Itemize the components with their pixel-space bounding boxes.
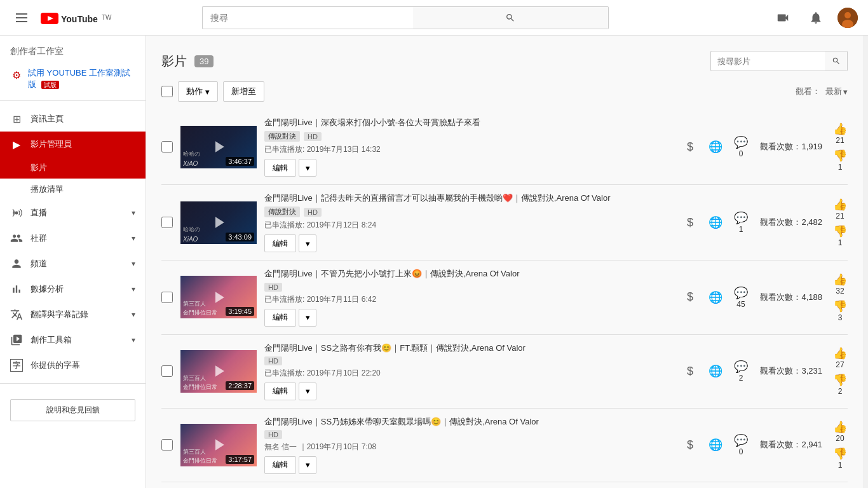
more-options-button[interactable]: ▾ — [299, 159, 316, 177]
sidebar-item-channel[interactable]: 頻道 ▾ — [0, 251, 146, 276]
hd-badge: HD — [304, 132, 322, 141]
expand-icon: ▾ — [132, 234, 135, 243]
video-thumbnail[interactable]: 金門排位日常 第三百人 3:19:45 — [180, 276, 257, 318]
more-options-button[interactable]: ▾ — [299, 234, 316, 252]
video-meta: HD — [264, 430, 675, 439]
select-all-checkbox[interactable] — [161, 86, 173, 97]
thumbs-up-icon: 👍 — [833, 273, 847, 287]
menu-icon[interactable] — [10, 6, 33, 29]
logo[interactable]: YouTube TW — [41, 10, 112, 25]
hd-badge: HD — [304, 208, 322, 217]
video-title[interactable]: 金門陽明Live｜SS乃姊姊來帶聊天室觀眾場嗎😊｜傳說對決,Arena Of V… — [264, 416, 675, 428]
action-button[interactable]: 動作 ▾ — [178, 81, 218, 102]
like-count: 27 — [836, 360, 844, 369]
thumbs-down-icon: 👎 — [833, 149, 847, 163]
sidebar-item-community[interactable]: 社群 ▾ — [0, 226, 146, 251]
video-thumbnail[interactable]: XiAO 哈哈の 3:43:09 — [180, 201, 257, 244]
table-row: 金門排位日常 第三百人 2:28:37 金門陽明Live｜SS之路有你有我😊｜F… — [161, 335, 848, 409]
video-title[interactable]: 金門陽明Live｜深夜場來打個小小號-各位大哥賞臉點子來看 — [264, 117, 675, 128]
video-title[interactable]: 金門陽明Live｜記得去昨天的直播留言才可以抽專屬我的手機殼喲❤️｜傳說對決,A… — [264, 193, 675, 204]
views-section: 觀看次數：4,188 — [759, 292, 822, 303]
table-row: 金門排位日常 第三百人 2:?:?? 金門陽明Live｜小號SS了換打本號,你們… — [161, 482, 848, 488]
expand-icon: ▾ — [132, 285, 135, 294]
thumbs-up-icon: 👍 — [833, 198, 847, 212]
video-title[interactable]: 金門陽明Live｜SS之路有你有我😊｜FT.顆顆｜傳說對決,Arena Of V… — [264, 342, 675, 354]
monetize-icon: $ — [687, 438, 693, 452]
scrollbar[interactable] — [863, 36, 868, 488]
video-checkbox[interactable] — [161, 439, 173, 451]
views-count: 觀看次數：1,919 — [759, 141, 822, 152]
action-arrow: ▾ — [205, 87, 210, 97]
video-checkbox[interactable] — [161, 365, 173, 377]
sidebar-sub-videos[interactable]: 影片 — [0, 157, 146, 179]
sidebar-item-subtitles[interactable]: 字 你提供的字幕 — [0, 353, 146, 378]
sort-arrow: ▾ — [843, 87, 848, 97]
like-dislike-section: 👍 21 👎 1 — [832, 198, 848, 247]
more-options-button[interactable]: ▾ — [299, 383, 316, 400]
thumbs-down-icon: 👎 — [833, 447, 847, 461]
monetize-icon-group: $ — [682, 438, 698, 452]
video-duration: 3:43:09 — [226, 233, 254, 241]
expand-icon: ▾ — [132, 259, 135, 268]
video-thumbnail[interactable]: 金門排位日常 第三百人 3:17:57 — [180, 424, 257, 466]
video-checkbox[interactable] — [161, 217, 173, 228]
sidebar-item-live[interactable]: 直播 ▾ — [0, 200, 146, 226]
sidebar-item-label: 頻道 — [31, 258, 47, 269]
table-row: 金門排位日常 第三百人 3:19:45 金門陽明Live｜不管乃先把小小號打上來… — [161, 261, 848, 334]
notifications-button[interactable] — [804, 6, 827, 29]
video-title[interactable]: 金門陽明Live｜不管乃先把小小號打上來😡｜傳說對決,Arena Of Valo… — [264, 268, 675, 280]
sort-value[interactable]: 最新 ▾ — [825, 86, 848, 97]
dislike-group: 👎 1 — [832, 447, 848, 470]
avatar[interactable] — [837, 8, 858, 28]
edit-button[interactable]: 編輯 — [264, 456, 296, 474]
community-icon — [10, 232, 23, 245]
search-videos-button[interactable] — [825, 51, 848, 71]
dislike-count: 1 — [838, 238, 843, 247]
sidebar-sub-playlist[interactable]: 播放清單 — [0, 179, 146, 200]
add-to-button[interactable]: 新增至 — [223, 81, 264, 102]
sidebar-item-tools[interactable]: 創作工具箱 ▾ — [0, 327, 146, 353]
video-stats: $ 🌐 💬 1 觀看次數：2,482 👍 — [682, 198, 848, 247]
monetize-icon-group: $ — [682, 216, 698, 229]
live-icon — [10, 207, 23, 219]
video-checkbox[interactable] — [161, 292, 173, 303]
edit-button[interactable]: 編輯 — [264, 234, 296, 252]
dislike-count: 1 — [838, 461, 843, 470]
search-button[interactable] — [413, 6, 609, 29]
visibility-icon-group: 🌐 — [708, 364, 723, 378]
hd-badge: HD — [264, 283, 282, 292]
create-video-button[interactable] — [771, 6, 794, 29]
feedback-button[interactable]: 說明和意見回饋 — [10, 399, 135, 421]
sidebar-item-analytics[interactable]: 數據分析 ▾ — [0, 276, 146, 302]
video-info: 金門陽明Live｜SS之路有你有我😊｜FT.顆顆｜傳說對決,Arena Of V… — [264, 342, 675, 400]
sort-label: 觀看： — [796, 86, 820, 97]
sidebar-item-beta[interactable]: ⚙ 試用 YOUTUBE 工作室測試版 試版 — [0, 62, 146, 95]
video-checkbox[interactable] — [161, 141, 173, 152]
views-section: 觀看次數：2,482 — [759, 217, 822, 228]
search-icon — [505, 13, 515, 23]
table-row: 金門排位日常 第三百人 3:17:57 金門陽明Live｜SS乃姊姊來帶聊天室觀… — [161, 409, 848, 482]
search-videos-input[interactable] — [710, 51, 825, 71]
more-options-button[interactable]: ▾ — [299, 456, 316, 474]
search-input[interactable] — [202, 6, 413, 29]
topbar: YouTube TW — [0, 0, 868, 36]
edit-button[interactable]: 編輯 — [264, 159, 296, 177]
svg-rect-0 — [16, 13, 27, 15]
body-area: 創作者工作室 ⚙ 試用 YOUTUBE 工作室測試版 試版 ⊞ 資訊主頁 ▶ 影… — [0, 36, 868, 488]
sidebar-item-dashboard[interactable]: ⊞ 資訊主頁 — [0, 106, 146, 132]
video-thumbnail[interactable]: XiAO 哈哈の 3:46:37 — [180, 126, 257, 168]
like-dislike-section: 👍 21 👎 1 — [832, 122, 848, 172]
divider-1 — [0, 100, 146, 101]
dislike-count: 1 — [838, 163, 843, 172]
edit-button[interactable]: 編輯 — [264, 383, 296, 400]
sidebar-item-translation[interactable]: 翻譯與字幕記錄 ▾ — [0, 302, 146, 327]
monetize-icon: $ — [687, 140, 693, 154]
sidebar: 創作者工作室 ⚙ 試用 YOUTUBE 工作室測試版 試版 ⊞ 資訊主頁 ▶ 影… — [0, 36, 146, 488]
edit-button[interactable]: 編輯 — [264, 309, 296, 327]
page-title: 影片 — [161, 53, 187, 70]
like-dislike-section: 👍 27 👎 2 — [832, 346, 848, 396]
sidebar-item-video-manager[interactable]: ▶ 影片管理員 — [0, 132, 146, 157]
gear-icon: ⚙ — [10, 69, 23, 81]
more-options-button[interactable]: ▾ — [299, 309, 316, 327]
video-thumbnail[interactable]: 金門排位日常 第三百人 2:28:37 — [180, 350, 257, 393]
